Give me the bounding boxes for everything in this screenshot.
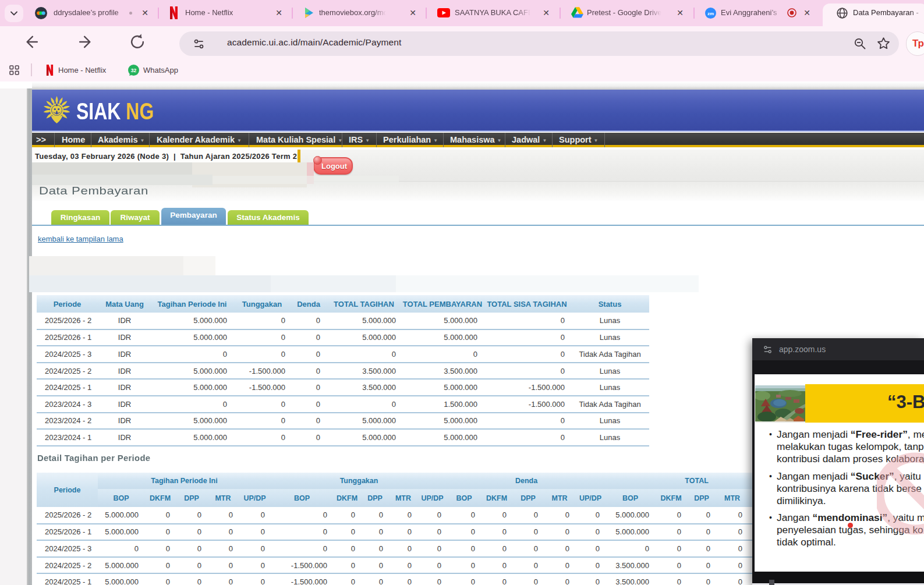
svg-text:zm: zm bbox=[707, 11, 714, 16]
svg-text:32: 32 bbox=[131, 68, 137, 73]
